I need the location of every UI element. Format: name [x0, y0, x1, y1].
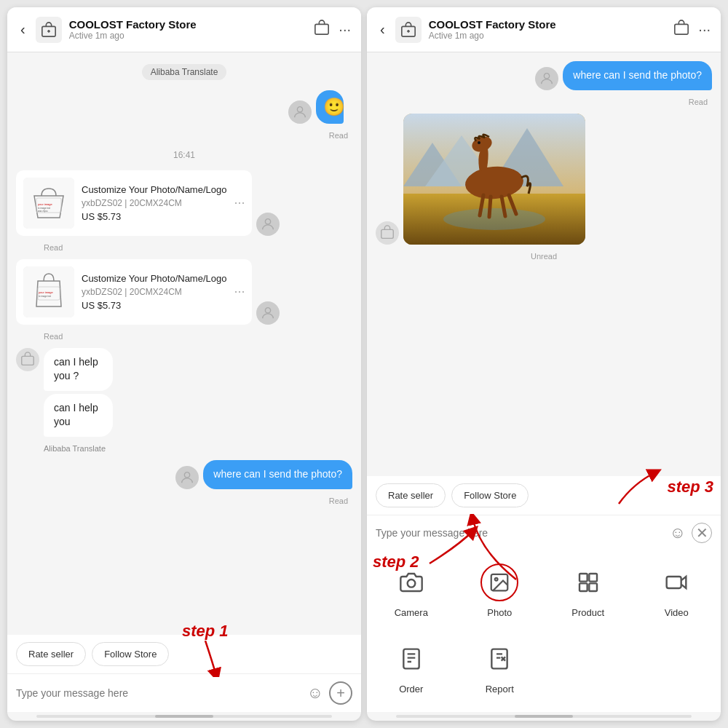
product-info-2: Customize Your Photo/Name/Logo yxbDZS02 … [82, 273, 226, 311]
agent-avatar-right [376, 221, 399, 245]
left-more-btn[interactable]: ··· [339, 21, 351, 38]
horse-img-row [376, 114, 712, 245]
right-store-btn[interactable] [673, 20, 689, 39]
svg-point-4 [297, 106, 302, 111]
right-store-name: COOLOST Factory Store [429, 18, 667, 31]
translate-badge-1: Alibaba Translate [142, 64, 227, 80]
svg-text:to image text: to image text [39, 295, 51, 298]
svg-rect-49 [492, 649, 507, 669]
right-store-status: Active 1m ago [429, 31, 667, 41]
left-rate-seller-btn[interactable]: Rate seller [16, 642, 86, 666]
product-card-2[interactable]: your image to image text Customize Your … [16, 259, 252, 325]
cross-arrow [465, 514, 523, 590]
unread-label: Unread [376, 252, 712, 261]
right-panel: ‹ COOLOST Factory Store Active 1m ago [367, 7, 721, 721]
media-order[interactable]: Order [367, 627, 456, 703]
left-follow-store-btn[interactable]: Follow Store [92, 642, 169, 666]
svg-rect-45 [403, 649, 419, 669]
step1-annotation: step 1 [182, 622, 229, 677]
left-store-btn[interactable] [314, 20, 330, 39]
left-header-info: COOLOST Factory Store Active 1m ago [69, 18, 307, 41]
step1-arrow [183, 641, 227, 677]
left-message-input[interactable] [16, 687, 301, 699]
read-label-4: Read [16, 496, 348, 505]
right-back-button[interactable]: ‹ [377, 18, 388, 41]
left-emoji-btn[interactable]: ☺ [307, 684, 323, 703]
step2-label: step 2 [373, 553, 419, 571]
left-header-actions: ··· [314, 20, 351, 39]
product-price-1: US $5.73 [82, 211, 226, 222]
right-scrollbar [396, 715, 692, 718]
right-user-avatar [535, 67, 558, 90]
left-action-buttons: Rate seller Follow Store step 1 [7, 635, 361, 673]
left-store-status: Active 1m ago [69, 31, 307, 41]
product-card-1[interactable]: your image to image text was ofyou Custo… [16, 170, 252, 236]
right-chat-area: where can I send the photo? Read [367, 52, 721, 476]
product-card-row-2: your image to image text Customize Your … [16, 259, 352, 325]
user-msg-row: where can I send the photo? [16, 460, 352, 489]
read-label-2: Read [44, 243, 348, 252]
right-store-icon [395, 17, 422, 43]
svg-rect-44 [667, 577, 681, 588]
left-back-button[interactable]: ‹ [17, 18, 28, 41]
svg-point-22 [545, 73, 550, 78]
svg-point-17 [185, 472, 190, 477]
svg-text:was ofyou: was ofyou [38, 210, 48, 213]
left-panel: ‹ COOLOST Factory Store Active 1m ago [7, 7, 361, 721]
order-label: Order [399, 684, 423, 695]
right-header: ‹ COOLOST Factory Store Active 1m ago [367, 7, 721, 52]
video-label: Video [665, 607, 689, 618]
svg-point-15 [266, 307, 271, 312]
product-name-2: Customize Your Photo/Name/Logo [82, 273, 226, 284]
agent-bubbles: can I help you ? can I help you [44, 348, 136, 437]
svg-rect-40 [579, 574, 587, 582]
right-emoji-btn[interactable]: ☺ [670, 523, 686, 542]
read-label-3: Read [44, 332, 348, 341]
user-blue-msg: where can I send the photo? [203, 460, 352, 489]
product-sku-1: yxbDZS02 | 20CMX24CM [82, 198, 226, 208]
media-report[interactable]: Report [456, 627, 545, 703]
left-store-icon [36, 17, 62, 43]
svg-point-37 [407, 579, 415, 587]
right-follow-store-btn[interactable]: Follow Store [451, 483, 529, 507]
svg-rect-3 [315, 24, 328, 34]
svg-point-10 [266, 218, 271, 223]
svg-line-33 [489, 197, 491, 217]
svg-text:your image: your image [39, 290, 54, 294]
product-name-1: Customize Your Photo/Name/Logo [82, 184, 226, 195]
report-label: Report [486, 684, 514, 695]
product-sku-2: yxbDZS02 | 20CMX24CM [82, 287, 226, 297]
media-grid-row2: Order Report [367, 627, 721, 712]
svg-rect-23 [381, 229, 394, 238]
svg-rect-21 [675, 24, 688, 34]
step1-label: step 1 [182, 622, 229, 641]
agent-msg-group: can I help you ? can I help you [16, 348, 352, 437]
user-avatar-2 [256, 213, 280, 236]
step3-label: step 3 [667, 478, 713, 496]
svg-rect-43 [589, 583, 597, 591]
left-plus-btn[interactable]: + [329, 681, 352, 705]
svg-text:your image: your image [38, 202, 53, 206]
media-product[interactable]: Product [544, 550, 633, 627]
agent-avatar [16, 348, 39, 371]
svg-rect-42 [579, 583, 587, 591]
timestamp-1: 16:41 [16, 150, 352, 160]
right-more-btn[interactable]: ··· [698, 21, 711, 38]
product-more-2[interactable]: ··· [234, 284, 245, 299]
svg-point-29 [443, 208, 545, 230]
video-icon-wrap [657, 563, 695, 601]
right-action-buttons: Rate seller Follow Store step 3 [367, 476, 721, 515]
right-close-btn[interactable]: ✕ [692, 523, 712, 543]
right-header-info: COOLOST Factory Store Active 1m ago [429, 18, 667, 41]
right-rate-seller-btn[interactable]: Rate seller [376, 483, 446, 507]
media-video[interactable]: Video [633, 550, 721, 627]
report-icon-wrap [480, 640, 518, 678]
emoji-bubble: 🙂 [316, 90, 344, 124]
translate-badge-2: Alibaba Translate [44, 444, 352, 453]
order-icon-wrap [392, 640, 430, 678]
left-store-name: COOLOST Factory Store [69, 18, 307, 31]
product-img-1: your image to image text was ofyou [23, 178, 74, 229]
svg-rect-16 [22, 356, 34, 365]
product-more-1[interactable]: ··· [234, 195, 245, 210]
read-label-1: Read [16, 131, 348, 140]
